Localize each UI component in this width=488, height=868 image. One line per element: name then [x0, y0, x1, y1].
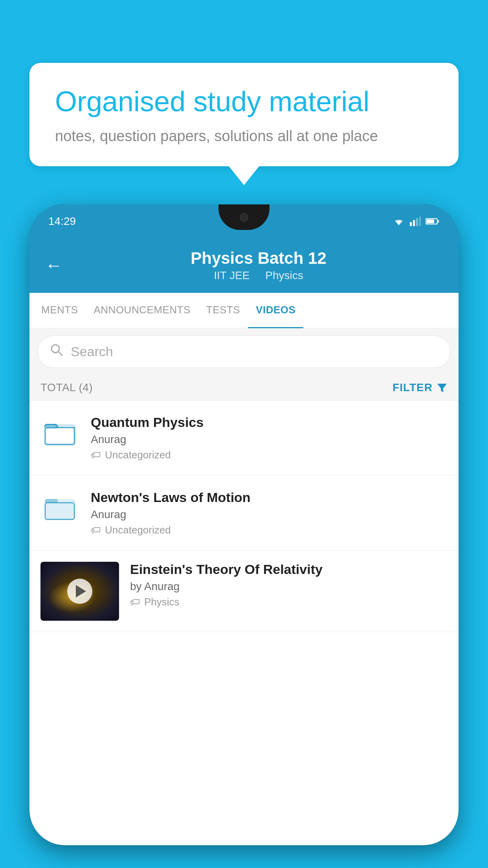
- video-author-1: Anurag: [91, 433, 448, 446]
- speech-bubble: Organised study material notes, question…: [29, 63, 459, 166]
- header-title-block: Physics Batch 12 IIT JEE Physics: [74, 249, 443, 282]
- einstein-title: Einstein's Theory Of Relativity: [130, 562, 448, 577]
- tag-icon-3: 🏷: [130, 596, 140, 608]
- wifi-icon: [393, 217, 405, 226]
- tab-announcements[interactable]: ANNOUNCEMENTS: [86, 293, 198, 328]
- folder-icon: [44, 418, 76, 447]
- video-title-1: Quantum Physics: [91, 415, 448, 430]
- signal-icon: [410, 217, 421, 226]
- tabs-bar: MENTS ANNOUNCEMENTS TESTS VIDEOS: [29, 293, 459, 328]
- bubble-title: Organised study material: [55, 85, 433, 118]
- phone-mockup: 14:29: [29, 204, 459, 868]
- svg-rect-5: [419, 217, 421, 226]
- play-button[interactable]: [67, 579, 92, 604]
- bubble-subtitle: notes, question papers, solutions all at…: [55, 128, 433, 145]
- list-item[interactable]: Quantum Physics Anurag 🏷 Uncategorized: [29, 401, 459, 476]
- app-header: ← Physics Batch 12 IIT JEE Physics: [29, 238, 459, 293]
- video-title-2: Newton's Laws of Motion: [91, 490, 448, 505]
- svg-rect-8: [437, 220, 439, 223]
- svg-rect-15: [45, 424, 58, 428]
- tab-ments[interactable]: MENTS: [33, 293, 86, 328]
- folder-thumb-2: [40, 490, 80, 525]
- notch-cutout: [218, 204, 270, 230]
- svg-rect-18: [44, 500, 75, 520]
- folder-thumb-1: [40, 415, 80, 450]
- list-item[interactable]: Einstein's Theory Of Relativity by Anura…: [29, 551, 459, 632]
- filter-button[interactable]: FILTER: [393, 381, 448, 394]
- folder-icon: [44, 493, 76, 522]
- video-tag-1: 🏷 Uncategorized: [91, 449, 448, 461]
- svg-rect-3: [413, 220, 415, 226]
- battery-icon: [426, 217, 440, 225]
- search-placeholder: Search: [71, 344, 113, 359]
- iit-jee-label: IIT JEE: [214, 269, 250, 281]
- play-icon: [76, 585, 86, 598]
- filter-row: TOTAL (4) FILTER: [29, 375, 459, 401]
- status-time: 14:29: [48, 215, 76, 228]
- svg-rect-2: [410, 222, 412, 226]
- phone-screen: ← Physics Batch 12 IIT JEE Physics MENTS…: [29, 238, 459, 845]
- filter-icon: [437, 382, 448, 393]
- search-icon: [50, 343, 64, 360]
- batch-subtitle: IIT JEE Physics: [74, 269, 443, 282]
- back-button[interactable]: ←: [45, 256, 62, 275]
- physics-label: Physics: [265, 269, 303, 281]
- batch-title: Physics Batch 12: [74, 249, 443, 268]
- tab-videos[interactable]: VIDEOS: [248, 293, 303, 328]
- status-bar: 14:29: [29, 204, 459, 238]
- einstein-thumb: [40, 562, 119, 621]
- svg-rect-4: [416, 218, 418, 226]
- total-count-label: TOTAL (4): [40, 381, 93, 394]
- tab-tests[interactable]: TESTS: [198, 293, 248, 328]
- svg-rect-7: [426, 219, 434, 223]
- svg-marker-11: [437, 384, 447, 392]
- video-info-1: Quantum Physics Anurag 🏷 Uncategorized: [91, 415, 448, 461]
- svg-rect-14: [45, 428, 74, 444]
- einstein-tag: 🏷 Physics: [130, 596, 448, 608]
- einstein-info: Einstein's Theory Of Relativity by Anura…: [130, 562, 448, 608]
- video-tag-2: 🏷 Uncategorized: [91, 524, 448, 536]
- search-bar[interactable]: Search: [37, 335, 451, 368]
- tag-icon-1: 🏷: [91, 449, 101, 461]
- video-list: Quantum Physics Anurag 🏷 Uncategorized: [29, 401, 459, 632]
- search-bar-wrapper: Search: [29, 328, 459, 375]
- tag-icon-2: 🏷: [91, 524, 101, 536]
- list-item[interactable]: Newton's Laws of Motion Anurag 🏷 Uncateg…: [29, 476, 459, 551]
- camera-dot: [240, 213, 248, 222]
- status-icons: [393, 217, 440, 226]
- svg-line-10: [58, 351, 62, 355]
- video-info-2: Newton's Laws of Motion Anurag 🏷 Uncateg…: [91, 490, 448, 536]
- einstein-author: by Anurag: [130, 580, 448, 593]
- phone-outer: 14:29: [29, 204, 459, 845]
- video-author-2: Anurag: [91, 508, 448, 521]
